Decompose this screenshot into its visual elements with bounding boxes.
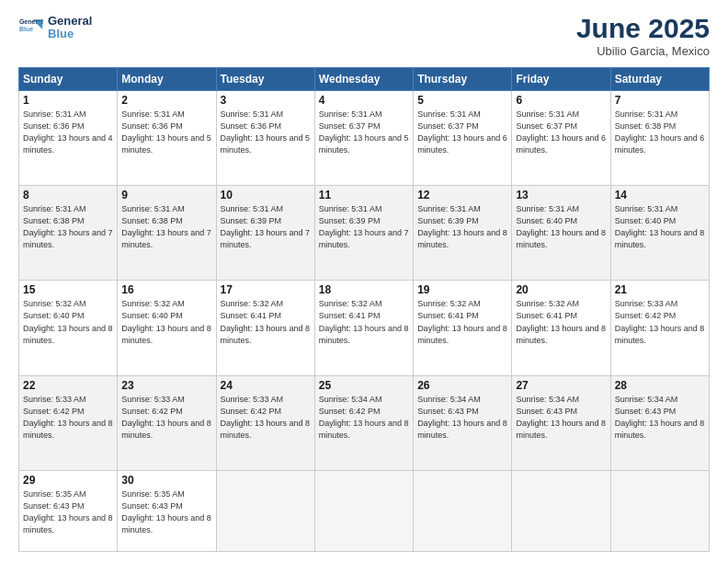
weekday-saturday: Saturday [610, 68, 709, 91]
day-number: 2 [121, 94, 211, 107]
day-number: 7 [615, 94, 705, 107]
day-info: Sunrise: 5:32 AMSunset: 6:41 PMDaylight:… [319, 298, 409, 346]
day-info: Sunrise: 5:31 AMSunset: 6:40 PMDaylight:… [615, 203, 705, 251]
weekday-thursday: Thursday [414, 68, 512, 91]
calendar-cell: 6Sunrise: 5:31 AMSunset: 6:37 PMDaylight… [512, 91, 610, 186]
calendar-cell [610, 470, 709, 551]
calendar-week-1: 1Sunrise: 5:31 AMSunset: 6:36 PMDaylight… [19, 91, 710, 186]
logo: General Blue General Blue [18, 15, 92, 41]
day-number: 29 [23, 474, 113, 487]
logo-blue: Blue [48, 28, 92, 40]
day-number: 6 [516, 94, 606, 107]
day-info: Sunrise: 5:33 AMSunset: 6:42 PMDaylight:… [615, 298, 705, 346]
calendar-cell: 19Sunrise: 5:32 AMSunset: 6:41 PMDayligh… [414, 281, 512, 375]
day-info: Sunrise: 5:31 AMSunset: 6:38 PMDaylight:… [615, 109, 705, 156]
day-number: 20 [516, 283, 606, 296]
logo-general: General [48, 15, 92, 28]
day-info: Sunrise: 5:32 AMSunset: 6:41 PMDaylight:… [221, 298, 311, 346]
day-number: 8 [23, 189, 113, 201]
calendar-cell: 20Sunrise: 5:32 AMSunset: 6:41 PMDayligh… [512, 281, 610, 375]
calendar-cell: 4Sunrise: 5:31 AMSunset: 6:37 PMDaylight… [314, 91, 413, 186]
calendar-cell: 15Sunrise: 5:32 AMSunset: 6:40 PMDayligh… [19, 281, 118, 375]
calendar-cell: 25Sunrise: 5:34 AMSunset: 6:42 PMDayligh… [314, 375, 413, 470]
calendar-cell: 8Sunrise: 5:31 AMSunset: 6:38 PMDaylight… [19, 186, 118, 281]
day-info: Sunrise: 5:31 AMSunset: 6:37 PMDaylight:… [417, 109, 507, 156]
day-number: 15 [23, 283, 113, 296]
calendar-cell: 14Sunrise: 5:31 AMSunset: 6:40 PMDayligh… [610, 186, 709, 281]
calendar-cell: 26Sunrise: 5:34 AMSunset: 6:43 PMDayligh… [414, 375, 512, 470]
day-number: 26 [417, 379, 507, 392]
calendar-cell: 11Sunrise: 5:31 AMSunset: 6:39 PMDayligh… [314, 186, 413, 281]
calendar-cell [414, 470, 512, 551]
calendar-cell: 24Sunrise: 5:33 AMSunset: 6:42 PMDayligh… [216, 375, 314, 470]
calendar-cell: 1Sunrise: 5:31 AMSunset: 6:36 PMDaylight… [19, 91, 118, 186]
day-info: Sunrise: 5:34 AMSunset: 6:42 PMDaylight:… [319, 394, 409, 442]
day-number: 19 [417, 283, 507, 296]
day-number: 3 [221, 94, 311, 107]
day-number: 21 [615, 283, 705, 296]
weekday-sunday: Sunday [19, 68, 118, 91]
calendar-cell: 22Sunrise: 5:33 AMSunset: 6:42 PMDayligh… [19, 375, 118, 470]
month-title: June 2025 [576, 15, 710, 42]
day-number: 14 [615, 189, 705, 201]
day-info: Sunrise: 5:31 AMSunset: 6:38 PMDaylight:… [23, 203, 113, 251]
calendar-cell: 29Sunrise: 5:35 AMSunset: 6:43 PMDayligh… [19, 470, 118, 551]
day-number: 28 [615, 379, 705, 392]
day-info: Sunrise: 5:33 AMSunset: 6:42 PMDaylight:… [221, 394, 311, 442]
calendar-cell: 5Sunrise: 5:31 AMSunset: 6:37 PMDaylight… [414, 91, 512, 186]
day-info: Sunrise: 5:34 AMSunset: 6:43 PMDaylight:… [516, 394, 606, 442]
day-info: Sunrise: 5:31 AMSunset: 6:39 PMDaylight:… [319, 203, 409, 251]
calendar-cell: 30Sunrise: 5:35 AMSunset: 6:43 PMDayligh… [118, 470, 216, 551]
day-info: Sunrise: 5:33 AMSunset: 6:42 PMDaylight:… [121, 394, 211, 442]
day-info: Sunrise: 5:31 AMSunset: 6:40 PMDaylight:… [516, 203, 606, 251]
calendar-cell [216, 470, 314, 551]
day-number: 10 [221, 189, 311, 201]
day-info: Sunrise: 5:32 AMSunset: 6:41 PMDaylight:… [516, 298, 606, 346]
day-number: 22 [23, 379, 113, 392]
day-number: 30 [121, 474, 211, 487]
calendar-cell: 27Sunrise: 5:34 AMSunset: 6:43 PMDayligh… [512, 375, 610, 470]
calendar-cell: 10Sunrise: 5:31 AMSunset: 6:39 PMDayligh… [216, 186, 314, 281]
calendar-week-5: 29Sunrise: 5:35 AMSunset: 6:43 PMDayligh… [19, 470, 710, 551]
calendar-week-2: 8Sunrise: 5:31 AMSunset: 6:38 PMDaylight… [19, 186, 710, 281]
calendar-cell [512, 470, 610, 551]
day-info: Sunrise: 5:35 AMSunset: 6:43 PMDaylight:… [121, 488, 211, 536]
weekday-tuesday: Tuesday [216, 68, 314, 91]
day-info: Sunrise: 5:34 AMSunset: 6:43 PMDaylight:… [615, 394, 705, 442]
day-info: Sunrise: 5:31 AMSunset: 6:39 PMDaylight:… [221, 203, 311, 251]
day-number: 23 [121, 379, 211, 392]
calendar-cell: 3Sunrise: 5:31 AMSunset: 6:36 PMDaylight… [216, 91, 314, 186]
logo-icon: General Blue [18, 15, 44, 40]
calendar-cell: 28Sunrise: 5:34 AMSunset: 6:43 PMDayligh… [610, 375, 709, 470]
calendar-cell: 7Sunrise: 5:31 AMSunset: 6:38 PMDaylight… [610, 91, 709, 186]
day-info: Sunrise: 5:31 AMSunset: 6:39 PMDaylight:… [417, 203, 507, 251]
day-number: 1 [23, 94, 113, 107]
location: Ubilio Garcia, Mexico [576, 44, 710, 58]
day-info: Sunrise: 5:31 AMSunset: 6:38 PMDaylight:… [121, 203, 211, 251]
day-number: 5 [417, 94, 507, 107]
calendar-cell: 23Sunrise: 5:33 AMSunset: 6:42 PMDayligh… [118, 375, 216, 470]
day-number: 4 [319, 94, 409, 107]
day-info: Sunrise: 5:31 AMSunset: 6:37 PMDaylight:… [319, 109, 409, 156]
calendar-cell: 12Sunrise: 5:31 AMSunset: 6:39 PMDayligh… [414, 186, 512, 281]
day-info: Sunrise: 5:33 AMSunset: 6:42 PMDaylight:… [23, 394, 113, 442]
day-number: 18 [319, 283, 409, 296]
day-info: Sunrise: 5:34 AMSunset: 6:43 PMDaylight:… [417, 394, 507, 442]
day-info: Sunrise: 5:31 AMSunset: 6:36 PMDaylight:… [23, 109, 113, 156]
header: General Blue General Blue June 2025 Ubil… [18, 15, 710, 58]
day-info: Sunrise: 5:32 AMSunset: 6:40 PMDaylight:… [121, 298, 211, 346]
day-info: Sunrise: 5:32 AMSunset: 6:41 PMDaylight:… [417, 298, 507, 346]
weekday-friday: Friday [512, 68, 610, 91]
day-info: Sunrise: 5:31 AMSunset: 6:37 PMDaylight:… [516, 109, 606, 156]
calendar-cell [314, 470, 413, 551]
day-info: Sunrise: 5:32 AMSunset: 6:40 PMDaylight:… [23, 298, 113, 346]
calendar-cell: 16Sunrise: 5:32 AMSunset: 6:40 PMDayligh… [118, 281, 216, 375]
day-number: 27 [516, 379, 606, 392]
day-number: 16 [121, 283, 211, 296]
calendar-cell: 17Sunrise: 5:32 AMSunset: 6:41 PMDayligh… [216, 281, 314, 375]
weekday-header-row: SundayMondayTuesdayWednesdayThursdayFrid… [19, 68, 710, 91]
calendar-cell: 21Sunrise: 5:33 AMSunset: 6:42 PMDayligh… [610, 281, 709, 375]
calendar-cell: 18Sunrise: 5:32 AMSunset: 6:41 PMDayligh… [314, 281, 413, 375]
title-area: June 2025 Ubilio Garcia, Mexico [576, 15, 710, 58]
calendar-cell: 13Sunrise: 5:31 AMSunset: 6:40 PMDayligh… [512, 186, 610, 281]
